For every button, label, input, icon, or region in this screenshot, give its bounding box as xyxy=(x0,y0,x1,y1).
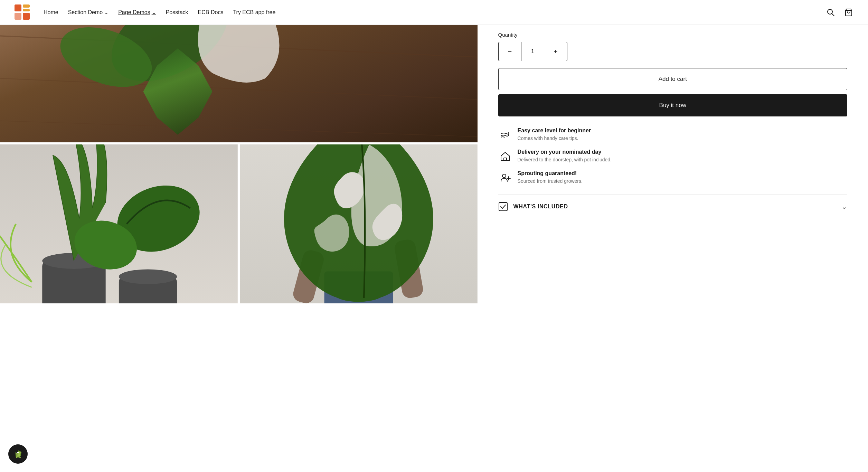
svg-rect-1 xyxy=(23,4,30,8)
whats-included-accordion: WHAT'S INCLUDED ⌄ xyxy=(498,195,847,218)
nav-links: Home Section Demo ⌄ Page Demos ⌄ Posstac… xyxy=(44,9,275,16)
feature-easy-care-title: Easy care level for beginner xyxy=(518,128,591,134)
product-gallery xyxy=(0,25,478,303)
whats-included-title: WHAT'S INCLUDED xyxy=(513,204,568,210)
nav-page-demos[interactable]: Page Demos ⌄ xyxy=(118,9,156,16)
cart-icon xyxy=(845,8,853,17)
feature-easy-care: Easy care level for beginner Comes with … xyxy=(498,128,847,142)
nav-left: Home Section Demo ⌄ Page Demos ⌄ Posstac… xyxy=(14,4,275,21)
nav-ecb-docs[interactable]: ECB Docs xyxy=(198,9,224,16)
gallery-bottom-row xyxy=(0,144,478,303)
quantity-increase-button[interactable]: + xyxy=(544,42,567,61)
gallery-image-plants-group xyxy=(0,144,238,303)
home-icon xyxy=(498,150,512,163)
chevron-down-icon: ⌄ xyxy=(841,202,847,211)
svg-point-21 xyxy=(119,269,177,284)
feature-delivery-desc: Delivered to the doorstep, with pot incl… xyxy=(518,156,612,163)
logo[interactable] xyxy=(14,4,31,21)
gallery-image-monstera-person xyxy=(240,144,478,303)
nav-posstack[interactable]: Posstack xyxy=(166,9,188,16)
quantity-value: 1 xyxy=(521,42,544,61)
svg-point-30 xyxy=(502,174,506,178)
nav-home[interactable]: Home xyxy=(44,9,58,16)
feature-sprouting-desc: Sourced from trusted growers. xyxy=(518,178,583,185)
gallery-image-top xyxy=(0,25,478,142)
checkbox-icon xyxy=(498,202,508,211)
nav-right xyxy=(825,7,854,18)
navigation: Home Section Demo ⌄ Page Demos ⌄ Posstac… xyxy=(0,0,868,25)
quantity-decrease-button[interactable]: − xyxy=(499,42,521,61)
chevron-down-icon: ⌄ xyxy=(152,9,156,16)
quantity-control: − 1 + xyxy=(498,42,567,61)
search-icon xyxy=(827,8,835,17)
quantity-label: Quantity xyxy=(498,32,847,38)
whats-included-header[interactable]: WHAT'S INCLUDED ⌄ xyxy=(498,195,847,218)
nav-try-ecb[interactable]: Try ECB app free xyxy=(233,9,275,16)
user-plus-icon xyxy=(498,171,512,185)
page-container: Quantity − 1 + Add to cart Buy it now xyxy=(0,25,868,303)
nav-section-demo[interactable]: Section Demo ⌄ xyxy=(68,9,109,16)
add-to-cart-button[interactable]: Add to cart xyxy=(498,68,847,90)
svg-rect-3 xyxy=(15,13,21,20)
buy-it-now-button[interactable]: Buy it now xyxy=(498,94,847,116)
svg-rect-4 xyxy=(23,13,30,20)
feature-easy-care-desc: Comes with handy care tips. xyxy=(518,135,591,142)
feature-list: Easy care level for beginner Comes with … xyxy=(498,128,847,185)
svg-line-6 xyxy=(832,13,834,16)
svg-rect-29 xyxy=(504,158,507,161)
chevron-down-icon: ⌄ xyxy=(104,9,108,16)
search-button[interactable] xyxy=(825,7,836,18)
feature-sprouting: Sprouting guaranteed! Sourced from trust… xyxy=(498,170,847,185)
product-panel: Quantity − 1 + Add to cart Buy it now xyxy=(478,25,868,303)
cart-button[interactable] xyxy=(843,7,854,18)
feature-sprouting-title: Sprouting guaranteed! xyxy=(518,170,583,177)
svg-rect-33 xyxy=(499,202,507,211)
wind-icon xyxy=(498,128,512,142)
feature-delivery: Delivery on your nominated day Delivered… xyxy=(498,149,847,163)
svg-rect-0 xyxy=(15,4,21,11)
feature-delivery-title: Delivery on your nominated day xyxy=(518,149,612,155)
svg-rect-2 xyxy=(23,9,30,11)
gallery-top-image xyxy=(0,25,478,142)
